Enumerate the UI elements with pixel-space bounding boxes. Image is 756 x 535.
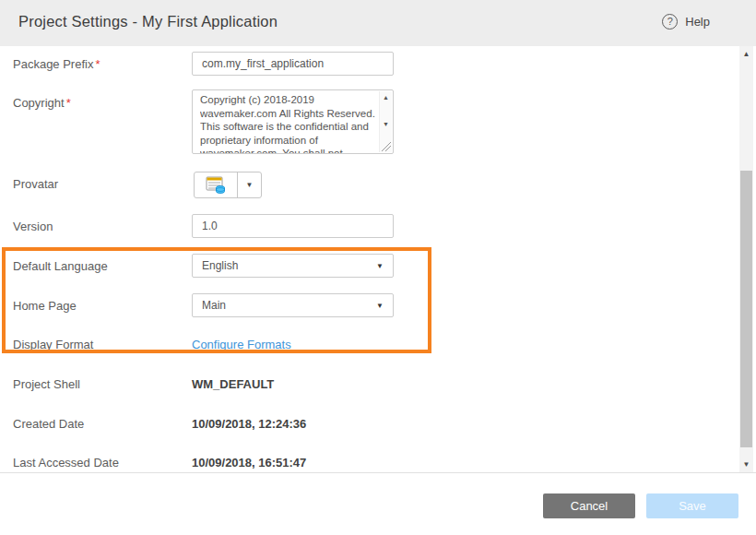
version-input[interactable] [192,214,394,238]
dialog-scrollbar[interactable]: ▲ ▼ [739,46,753,473]
provatar-dropdown-caret-icon[interactable]: ▼ [237,172,261,197]
required-asterisk: * [95,57,100,71]
footer-divider [0,472,756,473]
caret-down-icon: ▼ [376,262,384,270]
last-accessed-date-label: Last Accessed Date [13,456,119,470]
package-prefix-label: Package Prefix* [13,57,100,72]
copyright-text: Copyright (c) 2018-2019 wavemaker.com Al… [200,93,377,153]
project-shell-value: WM_DEFAULT [192,377,274,391]
version-label: Version [13,220,53,234]
copyright-textarea[interactable]: Copyright (c) 2018-2019 wavemaker.com Al… [192,89,394,154]
help-button[interactable]: ? Help [662,14,710,30]
cancel-button[interactable]: Cancel [543,493,635,518]
save-button[interactable]: Save [646,493,738,518]
default-language-label: Default Language [13,259,108,274]
home-page-value: Main [202,299,226,312]
scroll-up-icon[interactable]: ▲ [739,50,753,58]
help-label: Help [685,15,710,29]
help-icon: ? [662,14,678,30]
configure-formats-link[interactable]: Configure Formats [192,338,291,351]
created-date-label: Created Date [13,417,84,432]
scroll-down-icon[interactable]: ▼ [739,460,753,469]
scroll-up-icon[interactable]: ▲ [380,94,392,101]
caret-down-icon: ▼ [376,302,384,310]
provatar-label: Provatar [13,177,58,192]
copyright-label: Copyright* [13,96,71,111]
package-prefix-input[interactable] [192,52,394,76]
created-date-value: 10/09/2018, 12:24:36 [192,417,306,431]
dialog-header: Project Settings - My First Application … [0,0,756,46]
resize-grip-icon[interactable] [382,142,391,151]
page-title: Project Settings - My First Application [18,13,278,30]
last-accessed-date-value: 10/09/2018, 16:51:47 [192,456,306,470]
default-language-select[interactable]: English ▼ [192,254,394,278]
provatar-button[interactable]: ▼ [194,172,262,198]
display-format-label: Display Format [13,338,93,352]
required-asterisk: * [66,96,71,110]
scrollbar-thumb[interactable] [740,171,752,447]
default-language-value: English [202,259,238,272]
project-shell-label: Project Shell [13,377,80,392]
home-page-select[interactable]: Main ▼ [192,293,394,317]
provatar-icon[interactable] [195,172,237,197]
scroll-down-icon[interactable]: ▼ [380,121,392,127]
home-page-label: Home Page [13,299,77,314]
